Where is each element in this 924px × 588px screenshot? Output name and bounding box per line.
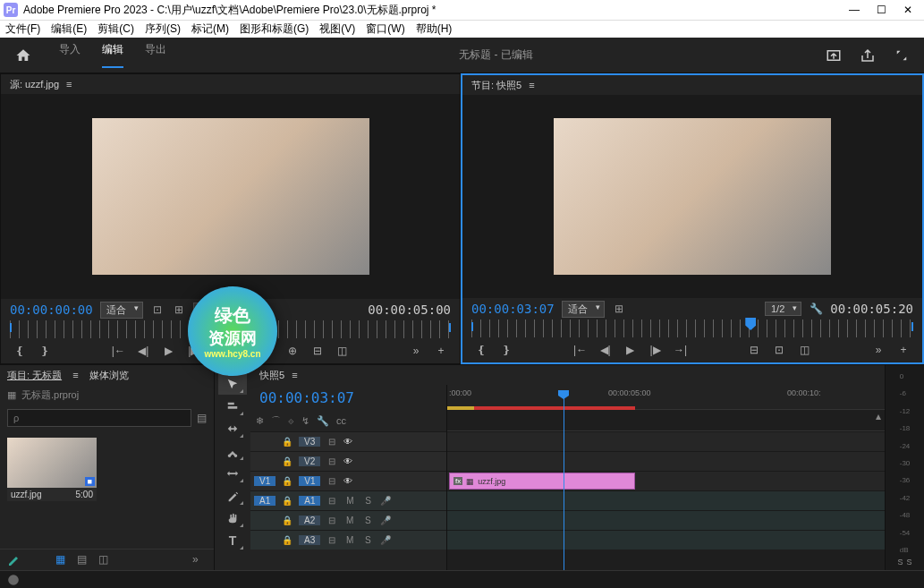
menu-graphics[interactable]: 图形和标题(G)	[240, 21, 309, 37]
marker-icon[interactable]: ⟐	[288, 415, 294, 426]
menu-edit[interactable]: 编辑(E)	[51, 21, 87, 37]
track-label-v3[interactable]: V3	[299, 437, 320, 447]
track-label-a1[interactable]: A1	[299, 496, 320, 506]
menu-help[interactable]: 帮助(H)	[416, 21, 453, 37]
sync-lock-icon[interactable]: ⊟	[326, 535, 338, 545]
panel-menu-icon[interactable]: ≡	[529, 80, 534, 90]
visibility-icon[interactable]: 👁	[343, 437, 356, 447]
sync-lock-icon[interactable]: ⊟	[326, 516, 338, 525]
sync-lock-icon[interactable]: ⊟	[326, 496, 338, 506]
clip-item[interactable]: ■ uzzf.jpg 5:00	[7, 438, 97, 501]
razor-tool[interactable]	[218, 439, 247, 462]
maximize-button[interactable]: ☐	[876, 4, 886, 16]
bin-icon[interactable]: ▦	[7, 389, 16, 401]
scroll-up-button[interactable]: ▴	[876, 410, 881, 422]
track-lane-v3[interactable]	[447, 431, 885, 451]
timeline-clip[interactable]: fx ▦ uzzf.jpg	[449, 473, 635, 490]
share-icon[interactable]	[860, 47, 876, 64]
menu-sequence[interactable]: 序列(S)	[145, 21, 181, 37]
mark-in-button[interactable]: ❴	[10, 342, 30, 360]
tab-project[interactable]: 项目: 无标题	[7, 369, 62, 382]
program-in-timecode[interactable]: 00:00:03:07	[471, 302, 555, 316]
step-forward-button[interactable]: |▶	[646, 341, 665, 359]
panel-menu-icon[interactable]: ≡	[66, 79, 72, 89]
lock-icon[interactable]: 🔒	[281, 496, 293, 506]
track-label-v1[interactable]: V1	[299, 476, 320, 486]
slip-tool[interactable]	[218, 462, 247, 484]
timeline-tracks-area[interactable]: :00:00 00:00:05:00 00:00:10: fx ▦	[447, 385, 885, 570]
track-lane-a1[interactable]	[447, 490, 885, 510]
list-view-button[interactable]: ▦	[55, 553, 70, 567]
solo-button[interactable]: S	[361, 535, 374, 545]
menu-marker[interactable]: 标记(M)	[191, 21, 229, 37]
solo-button[interactable]: S	[361, 516, 374, 525]
quick-export-icon[interactable]	[826, 47, 842, 64]
track-label-v2[interactable]: V2	[299, 456, 320, 466]
program-fit-dropdown[interactable]: 适合	[562, 301, 605, 318]
goto-out-button[interactable]: →|	[671, 341, 691, 359]
program-playhead-handle[interactable]	[745, 318, 756, 330]
menu-view[interactable]: 视图(V)	[319, 21, 355, 37]
timeline-playhead-timecode[interactable]: 00:00:03:07	[259, 389, 354, 406]
track-lane-v1[interactable]: fx ▦ uzzf.jpg	[447, 471, 885, 490]
wrench-icon[interactable]: 🔧	[317, 415, 329, 427]
solo-button[interactable]: S	[361, 496, 374, 506]
track-label-a2[interactable]: A2	[299, 516, 320, 525]
lift-button[interactable]: ⊟	[744, 341, 764, 359]
insert-button[interactable]: ⊕	[283, 342, 302, 360]
voiceover-icon[interactable]: 🎤	[379, 516, 392, 525]
lock-icon[interactable]: 🔒	[281, 535, 293, 545]
menu-window[interactable]: 窗口(W)	[366, 21, 404, 37]
track-select-tool[interactable]	[218, 395, 247, 417]
tab-edit[interactable]: 编辑	[102, 42, 123, 68]
more-button[interactable]: »	[869, 341, 888, 359]
program-out-timecode[interactable]: 00:00:05:20	[830, 302, 913, 316]
program-ruler[interactable]	[471, 320, 913, 337]
more-button[interactable]: »	[406, 342, 426, 360]
mark-in-button[interactable]: ❴	[471, 341, 491, 359]
sync-lock-icon[interactable]: ⊟	[326, 456, 338, 466]
timeline-playhead[interactable]	[564, 397, 564, 570]
ripple-edit-tool[interactable]	[218, 417, 247, 439]
voiceover-icon[interactable]: 🎤	[379, 496, 392, 506]
snap-icon[interactable]: ❄	[256, 415, 264, 427]
solo-right[interactable]: S	[907, 558, 912, 567]
edit-pencil-icon[interactable]	[7, 553, 21, 567]
menu-clip[interactable]: 剪辑(C)	[97, 21, 134, 37]
mute-button[interactable]: M	[343, 535, 356, 545]
source-grid-icon[interactable]: ⊞	[172, 303, 186, 317]
home-icon[interactable]	[14, 47, 32, 64]
voiceover-icon[interactable]: 🎤	[379, 535, 392, 545]
play-button[interactable]: ▶	[158, 342, 178, 360]
goto-in-button[interactable]: |←	[108, 342, 128, 360]
fullscreen-icon[interactable]	[894, 47, 910, 64]
track-lane-a2[interactable]	[447, 510, 885, 530]
program-preview[interactable]	[462, 95, 922, 298]
more-button[interactable]: »	[192, 553, 207, 567]
solo-left[interactable]: S	[897, 558, 903, 567]
link-icon[interactable]: ⌒	[271, 414, 281, 428]
type-tool[interactable]: T	[218, 529, 247, 551]
mute-button[interactable]: M	[343, 496, 356, 506]
tab-export[interactable]: 导出	[145, 42, 166, 68]
cc-cloud-icon[interactable]	[7, 574, 20, 586]
sync-lock-icon[interactable]: ⊟	[326, 437, 338, 447]
source-settings-icon[interactable]: ⊡	[150, 303, 165, 317]
track-lane-a3[interactable]	[447, 530, 885, 550]
lock-icon[interactable]: 🔒	[281, 516, 293, 525]
source-out-timecode[interactable]: 00:00:05:00	[368, 303, 451, 317]
program-wrench-icon[interactable]: 🔧	[809, 302, 823, 316]
overwrite-button[interactable]: ⊟	[308, 342, 327, 360]
tab-import[interactable]: 导入	[59, 42, 81, 68]
mark-out-button[interactable]: ❵	[35, 342, 55, 360]
visibility-icon[interactable]: 👁	[343, 456, 356, 466]
step-back-button[interactable]: ◀|	[596, 341, 615, 359]
panel-menu-icon[interactable]: ≡	[292, 370, 297, 380]
menu-file[interactable]: 文件(F)	[5, 21, 40, 37]
export-frame-button[interactable]: ◫	[794, 341, 814, 359]
minimize-button[interactable]: —	[849, 4, 860, 16]
panel-menu-icon[interactable]: ≡	[72, 370, 78, 380]
program-scale-dropdown[interactable]: 1/2	[765, 302, 801, 316]
timeline-ruler[interactable]: :00:00 00:00:05:00 00:00:10:	[447, 385, 885, 410]
source-preview[interactable]	[1, 94, 460, 299]
